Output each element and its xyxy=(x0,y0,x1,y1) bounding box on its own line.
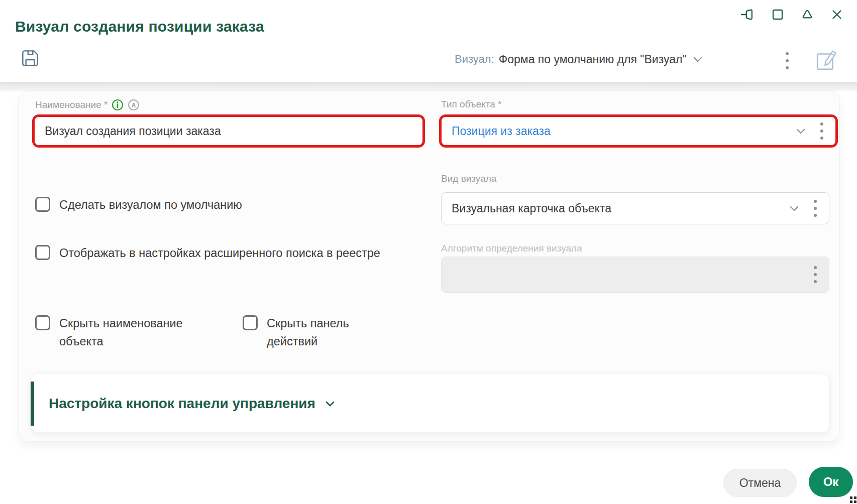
info-icon[interactable] xyxy=(112,99,124,111)
checkbox-label: Отображать в настройках расширенного пои… xyxy=(59,244,391,262)
cancel-button[interactable]: Отмена xyxy=(723,469,797,497)
svg-text:A: A xyxy=(132,102,136,109)
name-input-highlight: Визуал создания позиции заказа xyxy=(32,114,425,148)
visual-selector-label: Визуал: xyxy=(455,53,494,66)
object-type-select[interactable]: Позиция из заказа xyxy=(452,124,794,138)
maximize-icon[interactable] xyxy=(770,7,785,22)
ok-button[interactable]: Ок xyxy=(809,467,853,497)
translate-icon[interactable]: A xyxy=(128,99,140,111)
visual-selector-value: Форма по умолчанию для "Визуал" xyxy=(499,53,687,66)
checkbox-label: Сделать визуалом по умолчанию xyxy=(59,196,242,214)
dialog-window: Визуал создания позиции заказа Визуал: Ф… xyxy=(0,0,857,504)
algorithm-menu-icon[interactable] xyxy=(812,264,819,285)
toolbar-menu-icon[interactable] xyxy=(784,50,791,71)
undock-icon[interactable] xyxy=(740,7,756,22)
name-field-label: Наименование * xyxy=(35,99,108,110)
checkbox-hide-actions[interactable] xyxy=(243,315,258,330)
algorithm-field xyxy=(441,257,829,293)
section-title: Настройка кнопок панели управления xyxy=(49,396,315,412)
visual-selector[interactable]: Визуал: Форма по умолчанию для "Визуал" xyxy=(455,49,704,69)
visual-kind-menu-icon[interactable] xyxy=(812,198,819,219)
checkbox-row-hide-name: Скрыть наименование объекта xyxy=(35,314,210,350)
checkbox-default-visual[interactable] xyxy=(35,197,50,212)
checkbox-row-advanced-search: Отображать в настройках расширенного пои… xyxy=(35,244,391,262)
object-type-highlight: Позиция из заказа xyxy=(439,114,838,148)
visual-kind-select[interactable]: Визуальная карточка объекта xyxy=(452,202,788,215)
close-icon[interactable] xyxy=(829,7,844,22)
algorithm-label: Алгоритм определения визуала xyxy=(441,243,582,254)
chevron-down-icon xyxy=(324,397,337,410)
visual-kind-field: Визуальная карточка объекта xyxy=(441,192,829,224)
window-controls xyxy=(740,7,844,22)
chevron-down-icon[interactable] xyxy=(788,202,801,215)
name-field-label-row: Наименование * A xyxy=(35,99,140,111)
name-input[interactable]: Визуал создания позиции заказа xyxy=(45,124,412,138)
section-accent-bar xyxy=(31,382,34,426)
visual-kind-label: Вид визуала xyxy=(441,173,496,184)
toolbar-buttons-section[interactable]: Настройка кнопок панели управления xyxy=(30,373,830,433)
resize-grip-artifact xyxy=(849,496,857,503)
edit-icon[interactable] xyxy=(815,48,838,71)
checkbox-hide-name[interactable] xyxy=(35,315,50,330)
save-icon[interactable] xyxy=(19,47,41,69)
object-type-label: Тип объекта * xyxy=(441,99,501,110)
checkbox-label: Скрыть наименование объекта xyxy=(59,314,210,350)
checkbox-label: Скрыть панель действий xyxy=(267,314,377,350)
tray-icon[interactable] xyxy=(800,7,815,22)
checkbox-row-hide-actions: Скрыть панель действий xyxy=(243,314,377,350)
chevron-down-icon xyxy=(691,53,704,66)
checkbox-advanced-search[interactable] xyxy=(35,245,50,260)
checkbox-row-default-visual: Сделать визуалом по умолчанию xyxy=(35,196,242,214)
object-type-menu-icon[interactable] xyxy=(818,120,825,142)
page-title: Визуал создания позиции заказа xyxy=(15,18,264,35)
chevron-down-icon[interactable] xyxy=(794,124,807,138)
